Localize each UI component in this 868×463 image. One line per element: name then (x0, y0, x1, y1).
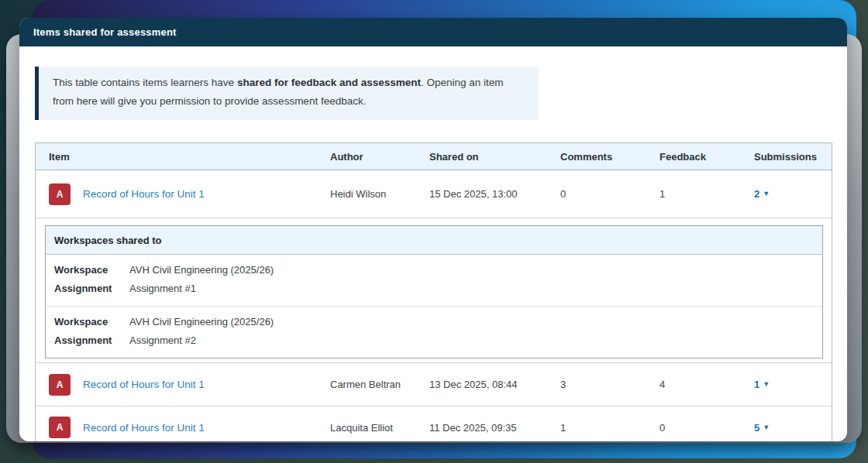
workspace-entry: Workspace AVH Civil Engineering (2025/26… (46, 255, 822, 306)
workspaces-shared-panel: Workspaces shared to Workspace AVH Civil… (45, 225, 823, 358)
comments-cell: 0 (560, 188, 660, 200)
assessment-badge: A (49, 417, 71, 438)
dropdown-arrow-icon: ▼ (763, 424, 770, 431)
assessment-badge: A (49, 183, 71, 205)
column-header-feedback: Feedback (660, 151, 754, 163)
column-header-comments: Comments (560, 151, 660, 163)
item-link[interactable]: Record of Hours for Unit 1 (83, 379, 205, 390)
info-banner: This table contains items learners have … (35, 67, 539, 120)
shared-on-cell: 13 Dec 2025, 08:44 (429, 379, 560, 390)
workspace-value: AVH Civil Engineering (2025/26) (129, 261, 822, 280)
comments-cell: 3 (560, 379, 660, 390)
workspace-value: AVH Civil Engineering (2025/26) (129, 313, 822, 331)
feedback-cell: 1 (660, 188, 754, 200)
item-link[interactable]: Record of Hours for Unit 1 (83, 188, 205, 200)
items-shared-card: Items shared for assessment This table c… (19, 18, 847, 441)
shared-items-table: Item Author Shared on Comments Feedback … (35, 142, 832, 441)
feedback-cell: 0 (660, 422, 754, 434)
table-header-row: Item Author Shared on Comments Feedback … (36, 143, 832, 170)
column-header-author: Author (330, 151, 429, 163)
card-title: Items shared for assessment (33, 26, 177, 38)
column-header-shared-on: Shared on (429, 151, 560, 163)
submissions-dropdown[interactable]: 5▼ (754, 422, 770, 434)
workspace-entry: Workspace AVH Civil Engineering (2025/26… (46, 306, 822, 358)
table-row: A Record of Hours for Unit 1 Carmen Belt… (36, 362, 832, 406)
submissions-count: 1 (754, 379, 760, 390)
workspace-label: Workspace (54, 261, 129, 280)
shared-on-cell: 11 Dec 2025, 09:35 (429, 422, 560, 434)
shared-on-cell: 15 Dec 2025, 13:00 (429, 188, 560, 200)
assessment-badge: A (49, 374, 71, 396)
card-header: Items shared for assessment (19, 18, 847, 46)
submissions-dropdown[interactable]: 1▼ (754, 379, 770, 390)
assignment-label: Assignment (54, 331, 129, 350)
item-link[interactable]: Record of Hours for Unit 1 (83, 422, 205, 434)
dropdown-arrow-icon: ▼ (763, 381, 770, 388)
author-cell: Lacquita Elliot (330, 422, 429, 434)
card-body: This table contains items learners have … (19, 46, 847, 441)
table-row: A Record of Hours for Unit 1 Lacquita El… (36, 406, 832, 441)
info-text-before: This table contains items learners have (53, 77, 237, 88)
assignment-label: Assignment (54, 280, 129, 298)
assignment-value: Assignment #2 (129, 331, 822, 350)
submissions-count: 2 (754, 188, 760, 200)
column-header-submissions: Submissions (754, 151, 832, 163)
table-row: A Record of Hours for Unit 1 Heidi Wilso… (36, 170, 832, 218)
workspace-label: Workspace (54, 313, 129, 331)
feedback-cell: 4 (660, 379, 754, 390)
author-cell: Carmen Beltran (330, 379, 429, 390)
workspaces-panel-title: Workspaces shared to (46, 226, 822, 255)
column-header-item: Item (36, 151, 330, 163)
author-cell: Heidi Wilson (330, 188, 429, 200)
dropdown-arrow-icon: ▼ (763, 190, 770, 197)
info-text-bold: shared for feedback and assessment (237, 77, 421, 88)
expanded-submissions-row: Workspaces shared to Workspace AVH Civil… (36, 218, 832, 362)
comments-cell: 1 (560, 422, 660, 434)
submissions-dropdown[interactable]: 2▼ (754, 188, 770, 200)
submissions-count: 5 (754, 422, 760, 434)
assignment-value: Assignment #1 (129, 280, 822, 298)
